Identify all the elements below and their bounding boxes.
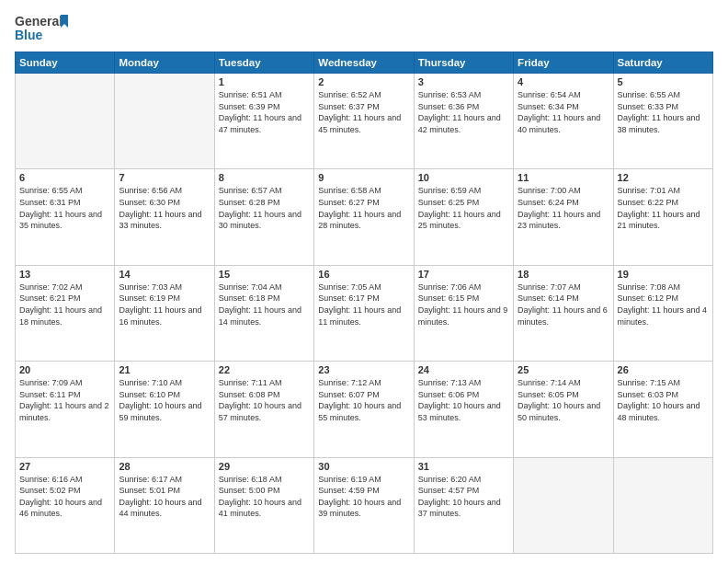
week-row-5: 27Sunrise: 6:16 AM Sunset: 5:02 PM Dayli…	[16, 457, 713, 553]
calendar-cell: 14Sunrise: 7:03 AM Sunset: 6:19 PM Dayli…	[115, 265, 214, 361]
cell-content: Sunrise: 7:10 AM Sunset: 6:10 PM Dayligh…	[119, 377, 210, 423]
cell-content: Sunrise: 7:05 AM Sunset: 6:17 PM Dayligh…	[318, 282, 409, 327]
calendar-page: GeneralBlue SundayMondayTuesdayWednesday…	[0, 0, 728, 563]
cell-content: Sunrise: 6:52 AM Sunset: 6:37 PM Dayligh…	[318, 89, 409, 135]
calendar-cell: 11Sunrise: 7:00 AM Sunset: 6:24 PM Dayli…	[514, 169, 613, 265]
day-number: 24	[418, 364, 509, 375]
calendar-cell: 24Sunrise: 7:13 AM Sunset: 6:06 PM Dayli…	[414, 362, 513, 457]
calendar-cell	[115, 74, 214, 169]
calendar-cell: 19Sunrise: 7:08 AM Sunset: 6:12 PM Dayli…	[613, 265, 712, 361]
cell-content: Sunrise: 7:04 AM Sunset: 6:18 PM Dayligh…	[219, 282, 310, 327]
cell-content: Sunrise: 7:14 AM Sunset: 6:05 PM Dayligh…	[518, 377, 609, 423]
cell-content: Sunrise: 6:59 AM Sunset: 6:25 PM Dayligh…	[418, 185, 509, 231]
calendar-cell: 10Sunrise: 6:59 AM Sunset: 6:25 PM Dayli…	[414, 169, 513, 265]
day-number: 15	[219, 269, 310, 280]
weekday-header-tuesday: Tuesday	[214, 52, 313, 74]
calendar-cell: 17Sunrise: 7:06 AM Sunset: 6:15 PM Dayli…	[414, 265, 513, 361]
cell-content: Sunrise: 7:07 AM Sunset: 6:14 PM Dayligh…	[518, 282, 609, 327]
svg-text:General: General	[15, 14, 63, 29]
calendar-cell: 20Sunrise: 7:09 AM Sunset: 6:11 PM Dayli…	[16, 362, 115, 457]
day-number: 25	[518, 364, 609, 375]
day-number: 20	[19, 364, 110, 375]
day-number: 16	[318, 269, 409, 280]
cell-content: Sunrise: 7:00 AM Sunset: 6:24 PM Dayligh…	[518, 185, 609, 231]
calendar-cell: 8Sunrise: 6:57 AM Sunset: 6:28 PM Daylig…	[214, 169, 313, 265]
day-number: 19	[618, 269, 709, 280]
day-number: 30	[318, 461, 409, 472]
calendar-cell: 18Sunrise: 7:07 AM Sunset: 6:14 PM Dayli…	[514, 265, 613, 361]
day-number: 29	[219, 461, 310, 472]
cell-content: Sunrise: 6:56 AM Sunset: 6:30 PM Dayligh…	[119, 185, 210, 231]
cell-content: Sunrise: 7:03 AM Sunset: 6:19 PM Dayligh…	[119, 282, 210, 327]
cell-content: Sunrise: 6:19 AM Sunset: 4:59 PM Dayligh…	[318, 474, 409, 520]
cell-content: Sunrise: 6:58 AM Sunset: 6:27 PM Dayligh…	[318, 185, 409, 231]
day-number: 21	[119, 364, 210, 375]
cell-content: Sunrise: 7:06 AM Sunset: 6:15 PM Dayligh…	[418, 282, 509, 327]
day-number: 6	[19, 172, 110, 183]
cell-content: Sunrise: 6:51 AM Sunset: 6:39 PM Dayligh…	[219, 89, 310, 135]
cell-content: Sunrise: 7:02 AM Sunset: 6:21 PM Dayligh…	[19, 282, 110, 327]
logo: GeneralBlue	[15, 11, 70, 44]
day-number: 14	[119, 269, 210, 280]
cell-content: Sunrise: 6:18 AM Sunset: 5:00 PM Dayligh…	[219, 474, 310, 520]
cell-content: Sunrise: 6:17 AM Sunset: 5:01 PM Dayligh…	[119, 474, 210, 520]
day-number: 3	[418, 76, 509, 87]
svg-text:Blue: Blue	[15, 28, 43, 42]
cell-content: Sunrise: 7:13 AM Sunset: 6:06 PM Dayligh…	[418, 377, 509, 423]
calendar-cell: 2Sunrise: 6:52 AM Sunset: 6:37 PM Daylig…	[314, 74, 414, 169]
day-number: 17	[418, 269, 509, 280]
week-row-3: 13Sunrise: 7:02 AM Sunset: 6:21 PM Dayli…	[16, 265, 713, 361]
cell-content: Sunrise: 6:57 AM Sunset: 6:28 PM Dayligh…	[219, 185, 310, 231]
day-number: 22	[219, 364, 310, 375]
weekday-header-wednesday: Wednesday	[314, 52, 414, 74]
calendar-cell: 1Sunrise: 6:51 AM Sunset: 6:39 PM Daylig…	[214, 74, 313, 169]
cell-content: Sunrise: 7:11 AM Sunset: 6:08 PM Dayligh…	[219, 377, 310, 423]
day-number: 2	[318, 76, 409, 87]
calendar-cell: 21Sunrise: 7:10 AM Sunset: 6:10 PM Dayli…	[115, 362, 214, 457]
weekday-header-sunday: Sunday	[16, 52, 115, 74]
calendar-cell: 27Sunrise: 6:16 AM Sunset: 5:02 PM Dayli…	[16, 457, 115, 553]
calendar-cell: 30Sunrise: 6:19 AM Sunset: 4:59 PM Dayli…	[314, 457, 414, 553]
cell-content: Sunrise: 6:20 AM Sunset: 4:57 PM Dayligh…	[418, 474, 509, 520]
weekday-header-row: SundayMondayTuesdayWednesdayThursdayFrid…	[16, 52, 713, 74]
cell-content: Sunrise: 6:54 AM Sunset: 6:34 PM Dayligh…	[518, 89, 609, 135]
cell-content: Sunrise: 7:15 AM Sunset: 6:03 PM Dayligh…	[618, 377, 709, 423]
day-number: 8	[219, 172, 310, 183]
weekday-header-saturday: Saturday	[613, 52, 712, 74]
week-row-2: 6Sunrise: 6:55 AM Sunset: 6:31 PM Daylig…	[16, 169, 713, 265]
day-number: 1	[219, 76, 310, 87]
header: GeneralBlue	[15, 11, 713, 44]
weekday-header-friday: Friday	[514, 52, 613, 74]
cell-content: Sunrise: 7:08 AM Sunset: 6:12 PM Dayligh…	[618, 282, 709, 327]
calendar-cell: 26Sunrise: 7:15 AM Sunset: 6:03 PM Dayli…	[613, 362, 712, 457]
day-number: 12	[618, 172, 709, 183]
calendar-cell: 6Sunrise: 6:55 AM Sunset: 6:31 PM Daylig…	[16, 169, 115, 265]
cell-content: Sunrise: 7:09 AM Sunset: 6:11 PM Dayligh…	[19, 377, 110, 423]
day-number: 23	[318, 364, 409, 375]
calendar-cell	[613, 457, 712, 553]
day-number: 18	[518, 269, 609, 280]
day-number: 27	[19, 461, 110, 472]
day-number: 7	[119, 172, 210, 183]
calendar-cell: 25Sunrise: 7:14 AM Sunset: 6:05 PM Dayli…	[514, 362, 613, 457]
day-number: 10	[418, 172, 509, 183]
calendar-cell	[16, 74, 115, 169]
cell-content: Sunrise: 6:16 AM Sunset: 5:02 PM Dayligh…	[19, 474, 110, 520]
day-number: 4	[518, 76, 609, 87]
calendar-cell: 31Sunrise: 6:20 AM Sunset: 4:57 PM Dayli…	[414, 457, 513, 553]
weekday-header-monday: Monday	[115, 52, 214, 74]
calendar-cell: 23Sunrise: 7:12 AM Sunset: 6:07 PM Dayli…	[314, 362, 414, 457]
calendar-cell: 28Sunrise: 6:17 AM Sunset: 5:01 PM Dayli…	[115, 457, 214, 553]
calendar-cell: 22Sunrise: 7:11 AM Sunset: 6:08 PM Dayli…	[214, 362, 313, 457]
weekday-header-thursday: Thursday	[414, 52, 513, 74]
week-row-1: 1Sunrise: 6:51 AM Sunset: 6:39 PM Daylig…	[16, 74, 713, 169]
day-number: 5	[618, 76, 709, 87]
cell-content: Sunrise: 6:53 AM Sunset: 6:36 PM Dayligh…	[418, 89, 509, 135]
calendar-cell: 13Sunrise: 7:02 AM Sunset: 6:21 PM Dayli…	[16, 265, 115, 361]
svg-marker-2	[61, 15, 68, 28]
calendar-cell: 3Sunrise: 6:53 AM Sunset: 6:36 PM Daylig…	[414, 74, 513, 169]
calendar-cell: 9Sunrise: 6:58 AM Sunset: 6:27 PM Daylig…	[314, 169, 414, 265]
day-number: 9	[318, 172, 409, 183]
week-row-4: 20Sunrise: 7:09 AM Sunset: 6:11 PM Dayli…	[16, 362, 713, 457]
day-number: 26	[618, 364, 709, 375]
